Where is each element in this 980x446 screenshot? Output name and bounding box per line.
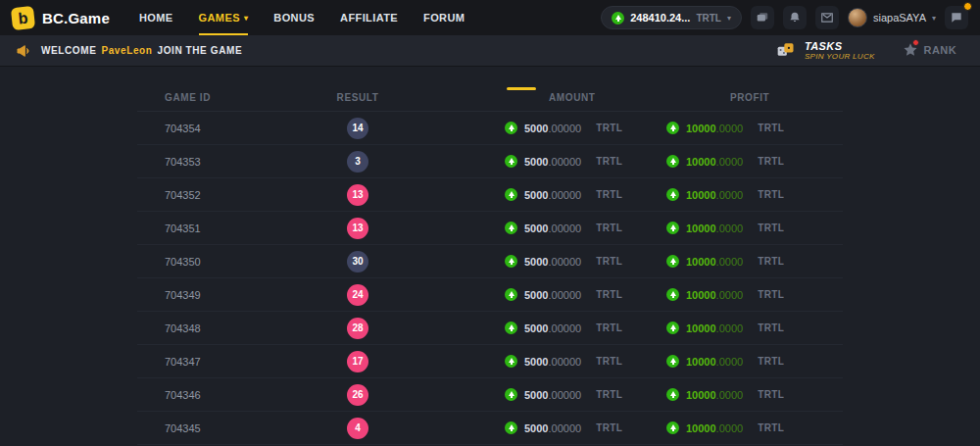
profit-currency: TRTL xyxy=(758,422,784,433)
amount-dec: .00000 xyxy=(548,422,581,434)
amount-int: 5000 xyxy=(524,189,548,201)
trtl-coin-icon xyxy=(666,122,679,134)
user-menu[interactable]: siapaSAYA ▾ xyxy=(848,8,936,27)
game-id: 704350 xyxy=(137,256,294,268)
amount-dec: .00000 xyxy=(548,189,581,201)
amount-int: 5000 xyxy=(524,389,548,401)
profit-int: 10000 xyxy=(686,322,716,334)
trtl-coin-icon xyxy=(666,322,679,334)
game-id: 704346 xyxy=(137,389,294,401)
nav-item-bonus[interactable]: BONUS xyxy=(273,0,315,35)
trtl-coin-icon xyxy=(612,12,624,25)
trtl-coin-icon xyxy=(666,288,679,301)
notifications-button[interactable] xyxy=(783,6,807,29)
result-badge: 24 xyxy=(347,284,368,306)
amount-dec: .00000 xyxy=(548,223,581,234)
header-game-id: GAME ID xyxy=(137,92,294,103)
trtl-coin-icon xyxy=(666,421,679,434)
amount-currency: TRTL xyxy=(596,123,622,133)
messages-button[interactable] xyxy=(815,6,839,29)
announcement-message[interactable]: WELCOME PaveLeon JOIN THE GAME xyxy=(16,43,242,59)
tasks-widget[interactable]: TASKS SPIN YOUR LUCK xyxy=(775,40,875,62)
amount-currency: TRTL xyxy=(596,256,622,267)
nav-item-label: HOME xyxy=(139,12,173,24)
table-row: 704346 26 5000.00000 TRTL 10000.0000 TRT… xyxy=(137,378,843,412)
game-id: 704353 xyxy=(137,156,294,168)
header-amount: AMOUNT xyxy=(421,92,666,103)
profit-dec: .0000 xyxy=(716,123,744,134)
chevron-down-icon: ▾ xyxy=(727,14,731,23)
header-result: RESULT xyxy=(294,92,421,103)
profit-currency: TRTL xyxy=(758,123,784,133)
nav-item-forum[interactable]: FORUM xyxy=(423,0,465,35)
balance-amount: 248410.24... xyxy=(630,12,690,24)
welcome-message: JOIN THE GAME xyxy=(157,45,242,56)
nav-item-label: GAMES xyxy=(199,12,240,24)
profit-int: 10000 xyxy=(686,356,716,368)
result-badge: 13 xyxy=(347,218,368,239)
trtl-coin-icon xyxy=(666,155,679,168)
announcement-right: TASKS SPIN YOUR LUCK RANK xyxy=(775,40,964,62)
bets-table: GAME ID RESULT AMOUNT PROFIT 704354 14 5… xyxy=(137,84,843,445)
profit-value: 10000.0000 xyxy=(686,156,743,168)
profit-int: 10000 xyxy=(686,256,716,268)
profit-dec: .0000 xyxy=(716,156,744,168)
amount-currency: TRTL xyxy=(596,289,622,300)
game-id: 704349 xyxy=(137,289,294,301)
cashier-button[interactable] xyxy=(751,6,774,29)
cards-icon xyxy=(756,11,769,25)
nav-item-affiliate[interactable]: AFFILIATE xyxy=(340,0,398,35)
amount-value: 5000.00000 xyxy=(524,156,581,168)
amount-int: 5000 xyxy=(524,223,548,234)
profit-value: 10000.0000 xyxy=(686,322,743,334)
megaphone-icon xyxy=(16,43,31,59)
amount-int: 5000 xyxy=(524,289,548,301)
profit-dec: .0000 xyxy=(716,289,744,301)
game-id: 704352 xyxy=(137,189,294,201)
amount-dec: .00000 xyxy=(548,289,581,301)
result-badge: 3 xyxy=(347,151,368,173)
header-profit: PROFIT xyxy=(666,92,843,103)
chat-button[interactable] xyxy=(945,6,968,29)
amount-value: 5000.00000 xyxy=(524,256,581,268)
rank-widget[interactable]: RANK xyxy=(903,42,956,58)
trtl-coin-icon xyxy=(505,388,517,401)
table-row: 704350 30 5000.00000 TRTL 10000.0000 TRT… xyxy=(137,245,843,278)
trtl-coin-icon xyxy=(666,222,679,234)
main-nav: HOME GAMES ▾ BONUS AFFILIATE FORUM xyxy=(139,0,465,35)
result-badge: 17 xyxy=(347,351,368,372)
topbar-right: 248410.24... TRTL ▾ siapaSAYA ▾ xyxy=(601,6,968,29)
logo[interactable]: b BC.Game xyxy=(12,7,110,29)
chevron-down-icon: ▾ xyxy=(932,14,936,23)
amount-value: 5000.00000 xyxy=(524,322,581,334)
nav-item-label: FORUM xyxy=(423,12,465,24)
profit-int: 10000 xyxy=(686,422,716,434)
tasks-text: TASKS SPIN YOUR LUCK xyxy=(805,40,875,62)
nav-item-games[interactable]: GAMES ▾ xyxy=(199,0,249,35)
result-badge: 13 xyxy=(347,184,368,206)
welcome-text: WELCOME PaveLeon JOIN THE GAME xyxy=(41,45,242,56)
amount-currency: TRTL xyxy=(596,223,622,233)
main-content: GAME ID RESULT AMOUNT PROFIT 704354 14 5… xyxy=(0,84,980,446)
profit-currency: TRTL xyxy=(758,356,784,367)
profit-value: 10000.0000 xyxy=(686,123,743,134)
amount-value: 5000.00000 xyxy=(524,356,581,368)
profit-currency: TRTL xyxy=(758,189,784,200)
profit-currency: TRTL xyxy=(758,156,784,167)
amount-int: 5000 xyxy=(524,356,548,368)
profit-value: 10000.0000 xyxy=(686,189,743,201)
notification-badge xyxy=(963,2,972,11)
profit-currency: TRTL xyxy=(758,322,784,333)
profit-int: 10000 xyxy=(686,223,716,234)
profit-dec: .0000 xyxy=(716,389,744,401)
balance-selector[interactable]: 248410.24... TRTL ▾ xyxy=(601,6,742,29)
profit-dec: .0000 xyxy=(716,322,744,334)
trtl-coin-icon xyxy=(505,322,517,334)
trtl-coin-icon xyxy=(505,355,517,368)
balance-currency: TRTL xyxy=(696,13,721,24)
amount-int: 5000 xyxy=(524,256,548,268)
username: siapaSAYA xyxy=(873,12,926,24)
game-id: 704348 xyxy=(137,322,294,334)
chat-icon xyxy=(950,11,963,25)
nav-item-home[interactable]: HOME xyxy=(139,0,173,35)
